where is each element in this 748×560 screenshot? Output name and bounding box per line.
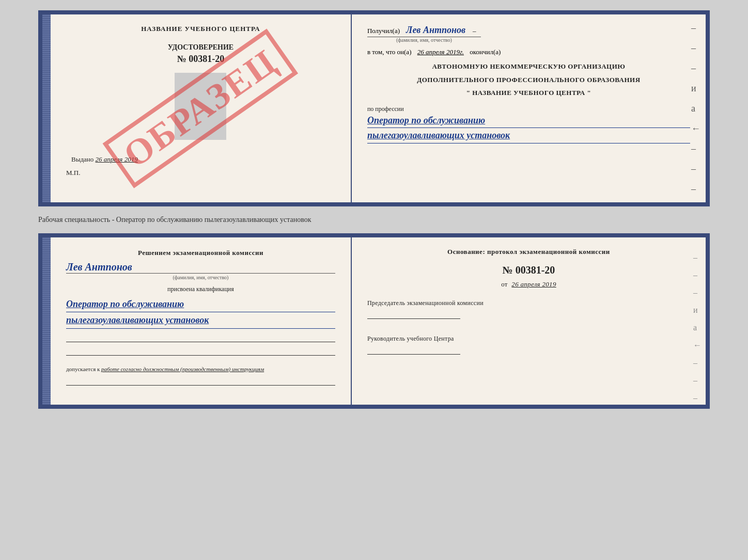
dash8: – <box>691 164 700 174</box>
right-dashes: – – – и а ← – – – <box>691 23 700 195</box>
in-that-date: 26 апреля 2019г. <box>417 48 464 56</box>
allowed-text: работе согласно должностным (производств… <box>101 366 264 372</box>
received-label: Получил(а) <box>367 27 400 35</box>
btm-dash8: – <box>693 376 702 385</box>
finished-label: окончил(а) <box>470 48 501 56</box>
book-spine-top <box>42 14 51 202</box>
btm-dash9: – <box>693 393 702 403</box>
bottom-qualification-line2: пылегазоулавливающих установок <box>66 312 335 329</box>
cert-issued: Выдано 26 апреля 2019 <box>71 155 335 164</box>
bottom-name: Лев Антпонов <box>66 261 335 274</box>
org-line2: ДОПОЛНИТЕЛЬНОГО ПРОФЕССИОНАЛЬНОГО ОБРАЗО… <box>367 75 690 85</box>
btm-dash7: – <box>693 358 702 367</box>
bottom-fio-note: (фамилия, имя, отчество) <box>66 275 335 280</box>
btm-dash3: – <box>693 288 702 297</box>
bottom-right-panel: Основание: протокол экзаменационной коми… <box>352 237 706 405</box>
document-wrapper: НАЗВАНИЕ УЧЕБНОГО ЦЕНТРА УДОСТОВЕРЕНИЕ №… <box>38 10 710 409</box>
chairman-label: Председатель экзаменационной комиссии <box>367 299 484 307</box>
profession-line1: Оператор по обслуживанию <box>367 113 690 129</box>
btm-dash5: а <box>693 323 702 332</box>
org-name: " НАЗВАНИЕ УЧЕБНОГО ЦЕНТРА " <box>367 88 690 98</box>
received-section: Получил(а) Лев Антпонов – (фамилия, имя,… <box>367 25 690 43</box>
allowed-label: допускается к <box>66 366 100 372</box>
org-line1: АВТОНОМНУЮ НЕКОММЕРЧЕСКУЮ ОРГАНИЗАЦИЮ <box>367 61 690 72</box>
separator-text: Рабочая специальность - Оператор по обсл… <box>38 213 710 227</box>
chairman-section: Председатель экзаменационной комиссии <box>367 299 690 319</box>
btm-dash4: и <box>693 306 702 315</box>
dash6: ← <box>691 123 700 134</box>
chairman-sig-line <box>367 310 460 319</box>
received-name: Лев Антпонов <box>406 25 465 35</box>
director-label: Руководитель учебного Центра <box>367 335 454 342</box>
dash1: – <box>691 23 700 34</box>
profession-line2: пылегазоулавливающих установок <box>367 128 690 143</box>
btm-dash1: – <box>693 253 702 262</box>
cert-right-panel: Получил(а) Лев Антпонов – (фамилия, имя,… <box>352 14 706 202</box>
protocol-date-prefix: от <box>501 280 508 288</box>
cert-issued-label: Выдано <box>71 155 93 163</box>
bottom-certificate-book: Решением экзаменационной комиссии Лев Ан… <box>38 233 710 409</box>
cert-school-title: НАЗВАНИЕ УЧЕБНОГО ЦЕНТРА <box>66 25 335 33</box>
dash2: – <box>691 43 700 54</box>
cert-mp: М.П. <box>66 169 335 177</box>
protocol-date: 26 апреля 2019 <box>511 280 556 288</box>
cert-left-panel: НАЗВАНИЕ УЧЕБНОГО ЦЕНТРА УДОСТОВЕРЕНИЕ №… <box>51 14 352 202</box>
btm-dash2: – <box>693 270 702 280</box>
in-that-section: в том, что он(а) 26 апреля 2019г. окончи… <box>367 48 690 56</box>
dash-separator: – <box>473 27 476 35</box>
cert-id-number: № 00381-20 <box>66 54 335 65</box>
dash7: – <box>691 143 700 154</box>
dash3: – <box>691 63 700 74</box>
in-that-label: в том, что он(а) <box>367 48 412 56</box>
basis-label: Основание: протокол экзаменационной коми… <box>367 248 690 256</box>
dash5: а <box>691 103 700 114</box>
protocol-date-section: от 26 апреля 2019 <box>367 280 690 289</box>
protocol-num: № 00381-20 <box>367 264 690 276</box>
sig-line-2 <box>66 345 335 356</box>
director-section: Руководитель учебного Центра <box>367 334 690 355</box>
dash4: и <box>691 83 700 94</box>
dash9: – <box>691 184 700 195</box>
cert-issued-date: 26 апреля 2019 <box>96 155 138 163</box>
cert-id-label: УДОСТОВЕРЕНИЕ <box>66 43 335 52</box>
btm-dash6: ← <box>693 341 702 350</box>
assigned-label: присвоена квалификация <box>66 285 335 293</box>
top-certificate-book: НАЗВАНИЕ УЧЕБНОГО ЦЕНТРА УДОСТОВЕРЕНИЕ №… <box>38 10 710 206</box>
cert-photo <box>175 73 226 140</box>
sig-line-3 <box>66 375 335 386</box>
bottom-qualification-line1: Оператор по обслуживанию <box>66 296 335 313</box>
sig-line-1 <box>66 332 335 342</box>
fio-note-top: (фамилия, имя, отчество) <box>367 37 481 43</box>
bottom-left-panel: Решением экзаменационной комиссии Лев Ан… <box>51 237 352 405</box>
decision-label: Решением экзаменационной комиссии <box>66 248 335 258</box>
bottom-right-dashes: – – – и а ← – – – <box>693 253 702 403</box>
director-sig-line <box>367 345 460 355</box>
profession-label: по профессии <box>367 105 690 113</box>
allowed-section: допускается к работе согласно должностны… <box>66 366 335 372</box>
book-spine-bottom <box>42 237 51 405</box>
